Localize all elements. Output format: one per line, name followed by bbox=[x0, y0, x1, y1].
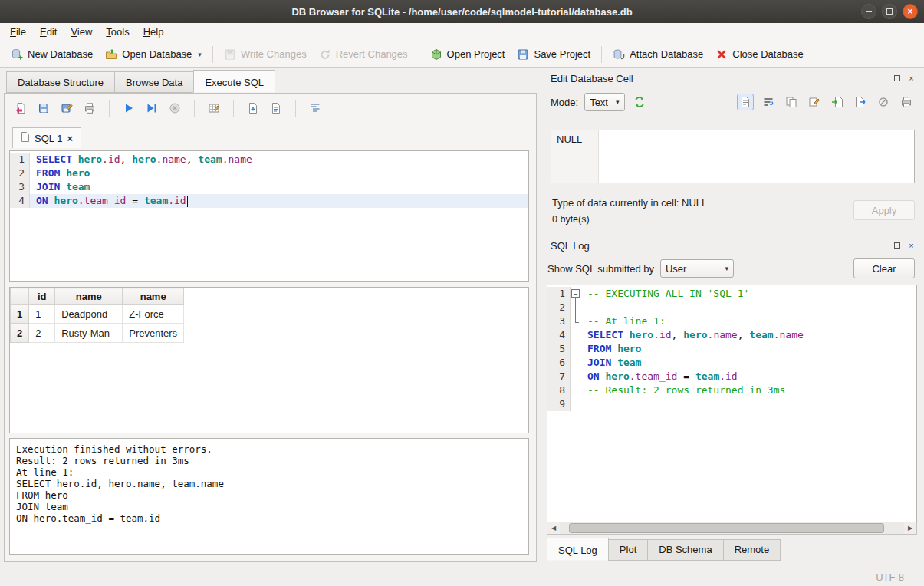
export-icon[interactable] bbox=[852, 94, 869, 110]
copy-icon[interactable] bbox=[783, 94, 800, 110]
attach-database-button[interactable]: Attach Database bbox=[607, 44, 709, 64]
results-col-header[interactable]: id bbox=[29, 288, 55, 305]
scroll-right-icon[interactable]: ▶ bbox=[904, 522, 916, 534]
code-line[interactable]: 1−-- EXECUTING ALL IN 'SQL 1' bbox=[547, 287, 916, 301]
output-pane[interactable]: Execution finished without errors. Resul… bbox=[9, 438, 529, 555]
code-line[interactable]: 6JOIN team bbox=[547, 356, 916, 370]
print-icon[interactable] bbox=[81, 100, 98, 117]
format-sql-icon[interactable] bbox=[307, 100, 324, 117]
code-line[interactable]: 5FROM hero bbox=[547, 342, 916, 356]
sql-tab[interactable]: SQL 1 × bbox=[12, 127, 81, 148]
execute-current-line-icon[interactable] bbox=[143, 100, 160, 117]
results-cell[interactable]: 1 bbox=[29, 305, 55, 324]
results-cell[interactable]: Rusty-Man bbox=[55, 324, 123, 343]
dock-tab-remote[interactable]: Remote bbox=[723, 539, 781, 561]
button-label: Attach Database bbox=[630, 48, 703, 60]
code-line[interactable]: 8-- Result: 2 rows returned in 3ms bbox=[547, 384, 916, 397]
toolbar-separator bbox=[419, 46, 419, 63]
results-table: idnamename11DeadpondZ-Force22Rusty-ManPr… bbox=[10, 288, 184, 343]
maximize-button[interactable] bbox=[882, 4, 897, 19]
export-results-icon[interactable] bbox=[268, 100, 284, 117]
sql-tab-label: SQL 1 bbox=[35, 133, 62, 144]
menu-view[interactable]: View bbox=[64, 24, 99, 40]
tab-database-structure[interactable]: Database Structure bbox=[6, 71, 115, 93]
fold-marker[interactable]: − bbox=[571, 287, 581, 301]
dock-tab-sql-log[interactable]: SQL Log bbox=[547, 538, 609, 561]
button-label: Save Project bbox=[534, 48, 590, 60]
save-sql-as-icon[interactable] bbox=[58, 100, 75, 117]
import-icon[interactable] bbox=[829, 94, 846, 110]
results-cell[interactable]: Deadpond bbox=[55, 305, 123, 324]
dock-tab-plot[interactable]: Plot bbox=[608, 539, 648, 561]
code-line[interactable]: 2-- bbox=[547, 301, 916, 314]
dock-tab-db-schema[interactable]: DB Schema bbox=[647, 539, 723, 561]
button-label: Open Database bbox=[122, 48, 192, 60]
main-tab-bar: Database StructureBrowse DataExecute SQL bbox=[6, 71, 275, 93]
h-scrollbar[interactable]: ◀ ▶ bbox=[547, 522, 917, 535]
close-sql-tab-icon[interactable]: × bbox=[67, 133, 73, 144]
tab-execute-sql[interactable]: Execute SQL bbox=[193, 70, 275, 93]
right-docks: Edit Database Cell × Mode: Text ▾ bbox=[544, 68, 924, 568]
scrollbar-thumb[interactable] bbox=[569, 523, 884, 533]
button-label: Revert Changes bbox=[336, 48, 408, 60]
open-database-button[interactable]: Open Database ▾ bbox=[99, 44, 208, 64]
close-dock-icon[interactable]: × bbox=[906, 241, 916, 251]
attach-database-icon bbox=[613, 48, 625, 61]
save-project-button[interactable]: Save Project bbox=[511, 44, 597, 64]
auto-switch-mode-icon[interactable] bbox=[631, 94, 648, 110]
code-line[interactable]: 9 bbox=[547, 397, 916, 411]
code-line[interactable]: 2FROM hero bbox=[10, 166, 528, 180]
open-project-icon bbox=[430, 48, 442, 61]
text-view-icon[interactable] bbox=[737, 94, 754, 110]
new-database-button[interactable]: New Database bbox=[5, 44, 99, 64]
menu-tools[interactable]: Tools bbox=[99, 24, 136, 40]
results-row-header[interactable]: 1 bbox=[11, 305, 29, 324]
scrollbar-track[interactable] bbox=[560, 522, 904, 534]
minimize-button[interactable] bbox=[861, 4, 876, 19]
word-wrap-icon[interactable] bbox=[760, 94, 777, 110]
edit-results-icon[interactable] bbox=[206, 100, 222, 117]
code-line[interactable]: 1SELECT hero.id, hero.name, team.name bbox=[10, 153, 528, 166]
float-dock-icon[interactable] bbox=[892, 241, 902, 251]
mode-select[interactable]: Text ▾ bbox=[584, 93, 624, 111]
menu-edit[interactable]: Edit bbox=[33, 24, 64, 40]
print-cell-icon[interactable] bbox=[898, 94, 915, 110]
submitted-by-select[interactable]: User ▾ bbox=[660, 259, 734, 278]
close-database-button[interactable]: Close Database bbox=[709, 44, 810, 64]
open-project-button[interactable]: Open Project bbox=[424, 44, 511, 64]
clear-button[interactable]: Clear bbox=[853, 258, 915, 278]
results-cell[interactable]: 2 bbox=[29, 324, 55, 343]
results-cell[interactable]: Preventers bbox=[123, 324, 184, 343]
tab-browse-data[interactable]: Browse Data bbox=[114, 71, 194, 93]
execute-sql-pane: SQL 1 × 1SELECT hero.id, hero.name, team… bbox=[4, 93, 537, 562]
results-row-header[interactable]: 2 bbox=[11, 324, 29, 343]
cell-editor[interactable]: NULL bbox=[551, 130, 915, 183]
open-sql-file-icon[interactable] bbox=[12, 100, 29, 117]
results-corner[interactable] bbox=[11, 288, 29, 305]
code-line[interactable]: 7ON hero.team_id = team.id bbox=[547, 370, 916, 384]
scroll-left-icon[interactable]: ◀ bbox=[547, 522, 560, 534]
edit-cell-icon[interactable] bbox=[806, 94, 823, 110]
code-line[interactable]: 3-- At line 1: bbox=[547, 314, 916, 328]
toolbar-separator bbox=[233, 100, 234, 117]
results-cell[interactable]: Z-Force bbox=[123, 305, 184, 324]
code-line[interactable]: 4SELECT hero.id, hero.name, team.name bbox=[547, 328, 916, 342]
menu-file[interactable]: File bbox=[3, 24, 33, 40]
titlebar[interactable]: DB Browser for SQLite - /home/user/code/… bbox=[0, 0, 924, 23]
close-dock-icon[interactable]: × bbox=[906, 74, 916, 84]
save-results-icon[interactable] bbox=[245, 100, 261, 117]
sql-log-view[interactable]: 1−-- EXECUTING ALL IN 'SQL 1'2--3-- At l… bbox=[547, 285, 917, 522]
execute-all-icon[interactable] bbox=[120, 100, 137, 117]
float-dock-icon[interactable] bbox=[892, 74, 902, 84]
code-line[interactable]: 4ON hero.team_id = team.id bbox=[10, 194, 528, 208]
set-null-icon[interactable] bbox=[875, 94, 892, 110]
results-col-header[interactable]: name bbox=[55, 288, 123, 305]
menu-help[interactable]: Help bbox=[136, 24, 171, 40]
results-col-header[interactable]: name bbox=[123, 288, 184, 305]
line-number: 7 bbox=[547, 370, 571, 384]
close-button[interactable]: × bbox=[903, 4, 918, 19]
save-sql-file-icon[interactable] bbox=[35, 100, 52, 117]
fold-marker bbox=[571, 356, 581, 370]
code-line[interactable]: 3JOIN team bbox=[10, 180, 528, 194]
sql-editor[interactable]: 1SELECT hero.id, hero.name, team.name2FR… bbox=[9, 150, 529, 282]
